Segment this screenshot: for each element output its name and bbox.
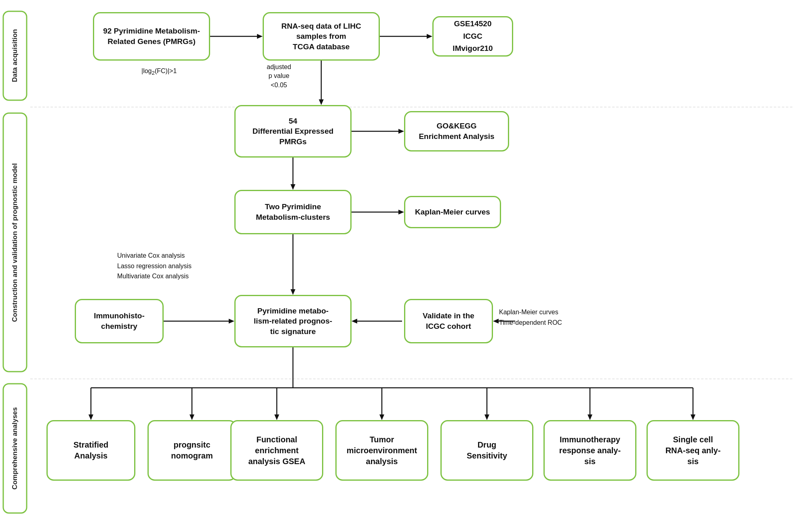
node-gsea-text: Functionalenrichmentanalysis GSEA — [248, 434, 305, 467]
node-rnaseq: RNA-seq data of LIHCsamples fromTCGA dat… — [263, 12, 380, 61]
svg-marker-28 — [274, 414, 279, 420]
node-kaplan: Kaplan-Meier curves — [404, 196, 501, 228]
svg-marker-26 — [190, 414, 194, 420]
svg-marker-6 — [319, 99, 324, 105]
main-container: Data acquisition Construction and valida… — [0, 0, 794, 532]
sidebar-comprehensive-label: Comprehensive analyses — [11, 407, 19, 490]
annotation-fc: |log2(FC)|>1 — [141, 67, 177, 77]
content-area: Data acquisition Construction and valida… — [0, 0, 794, 532]
svg-marker-8 — [291, 184, 295, 190]
annotation-cox-text: Univariate Cox analysisLasso regression … — [117, 252, 192, 280]
node-stratified-text: StratifiedAnalysis — [74, 439, 109, 461]
svg-marker-30 — [379, 414, 384, 420]
node-gokegg: GO&KEGGEnrichment Analysis — [404, 111, 509, 151]
sidebar-comprehensive: Comprehensive analyses — [3, 384, 27, 513]
node-validate: Validate in theICGC cohort — [404, 299, 493, 343]
svg-marker-18 — [352, 319, 357, 324]
svg-marker-20 — [493, 319, 499, 324]
node-nomogram-text: prognsitcnomogram — [171, 439, 213, 461]
annotation-pval: adjustedp value<0.05 — [267, 63, 291, 90]
annotation-validate-methods: Kaplan-Meier curvesTime-dependent ROC — [499, 307, 562, 328]
node-single-cell: Single cellRNA-seq anly-sis — [647, 420, 739, 481]
svg-marker-12 — [398, 210, 404, 214]
node-single-cell-text: Single cellRNA-seq anly-sis — [666, 434, 721, 467]
annotation-cox: Univariate Cox analysisLasso regression … — [117, 250, 192, 282]
sidebar-construction-label: Construction and validation of prognosti… — [11, 163, 19, 322]
sidebar-data-acquisition-label: Data acquisition — [11, 29, 19, 82]
node-kaplan-text: Kaplan-Meier curves — [415, 207, 490, 217]
node-clusters: Two PyrimidineMetabolism-clusters — [234, 190, 352, 234]
node-gokegg-text: GO&KEGGEnrichment Analysis — [419, 121, 494, 141]
svg-marker-16 — [229, 319, 234, 324]
sidebar-data-acquisition: Data acquisition — [3, 11, 27, 100]
node-validate-text: Validate in theICGC cohort — [423, 311, 474, 331]
node-rnaseq-text: RNA-seq data of LIHCsamples fromTCGA dat… — [281, 21, 361, 52]
node-immunotherapy-text: Immunotherapyresponse analy-sis — [559, 434, 621, 467]
node-dep: 54Differential ExpressedPMRGs — [234, 105, 352, 158]
node-drug-sensitivity-text: DrugSensitivity — [467, 439, 507, 461]
node-databases-text: GSE14520ICGCIMvigor210 — [453, 18, 493, 55]
svg-marker-10 — [398, 129, 404, 134]
node-prognostic-text: Pyrimidine metabo-lism-related prognos-t… — [254, 306, 332, 337]
annotation-fc-text: |log2(FC)|>1 — [141, 67, 177, 74]
svg-marker-14 — [291, 289, 295, 295]
node-gsea: Functionalenrichmentanalysis GSEA — [230, 420, 323, 481]
svg-marker-40 — [427, 34, 432, 39]
svg-marker-34 — [588, 414, 592, 420]
svg-marker-32 — [484, 414, 489, 420]
node-ihc: Immunohisto-chemistry — [75, 299, 164, 343]
annotation-pval-text: adjustedp value<0.05 — [267, 63, 291, 88]
node-stratified: StratifiedAnalysis — [46, 420, 135, 481]
node-databases: GSE14520ICGCIMvigor210 — [432, 16, 513, 57]
node-drug-sensitivity: DrugSensitivity — [440, 420, 533, 481]
annotation-validate-methods-text: Kaplan-Meier curvesTime-dependent ROC — [499, 309, 562, 326]
node-ihc-text: Immunohisto-chemistry — [94, 311, 145, 331]
node-nomogram: prognsitcnomogram — [147, 420, 236, 481]
sidebar-construction: Construction and validation of prognosti… — [3, 113, 27, 372]
svg-marker-36 — [691, 414, 695, 420]
svg-marker-24 — [88, 414, 93, 420]
node-immunotherapy: Immunotherapyresponse analy-sis — [543, 420, 636, 481]
node-clusters-text: Two PyrimidineMetabolism-clusters — [256, 202, 330, 222]
node-dep-text: 54Differential ExpressedPMRGs — [253, 116, 334, 147]
node-prognostic: Pyrimidine metabo-lism-related prognos-t… — [234, 295, 352, 347]
svg-marker-38 — [257, 34, 263, 39]
node-tumor-micro: Tumormicroenvironmentanalysis — [335, 420, 428, 481]
node-pmrgs: 92 Pyrimidine Metabolism-Related Genes (… — [93, 12, 210, 61]
node-pmrgs-text: 92 Pyrimidine Metabolism-Related Genes (… — [103, 26, 200, 46]
node-tumor-micro-text: Tumormicroenvironmentanalysis — [347, 434, 417, 467]
